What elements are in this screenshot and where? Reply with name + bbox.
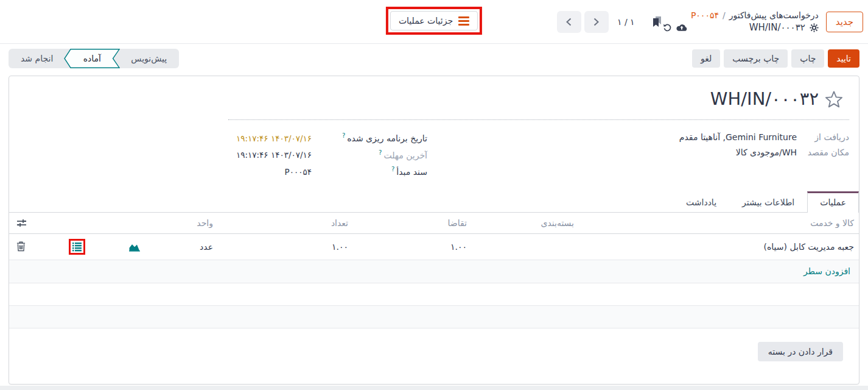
scheduled-date-label: تاریخ برنامه ریزی شده? [312, 132, 427, 143]
cancel-button[interactable]: لغو [692, 49, 720, 68]
stage-ready-label: آماده [83, 54, 101, 63]
validate-button[interactable]: تایید [828, 49, 859, 68]
pager: ۱ / ۱ [557, 11, 663, 33]
tab-operations[interactable]: عملیات [807, 191, 859, 213]
field-receive-from: دریافت از Gemini Furniture, آناهیتا مقدم [545, 132, 849, 142]
tab-note[interactable]: یادداشت [673, 191, 729, 212]
col-header-unit: واحد [149, 218, 218, 228]
print-button[interactable]: چاپ [791, 49, 824, 68]
detailed-operations-list-icon[interactable] [72, 242, 82, 252]
table-row[interactable]: جعبه مدیریت کابل (سیاه) ۱.۰۰ ۱.۰۰ عدد [9, 234, 859, 260]
cell-quantity[interactable]: ۱.۰۰ [218, 242, 353, 252]
col-header-packaging: بسته‌بندی [472, 218, 579, 228]
chevron-right-icon[interactable] [584, 11, 609, 33]
forecast-chart-icon[interactable] [128, 241, 141, 252]
bookmark-icon[interactable] [651, 16, 663, 27]
page-title: WH/IN/۰۰۰۳۲ [710, 88, 819, 109]
table-header-row: کالا و خدمت بسته‌بندی تقاضا تعداد واحد [9, 213, 859, 234]
empty-row [9, 306, 859, 328]
breadcrumb-parent[interactable]: درخواست‌های پیش‌فاکتور [729, 10, 819, 20]
field-deadline: آخرین مهلت? ۱۴۰۳/۰۷/۱۶ ۱۹:۱۷:۴۶ [231, 149, 427, 160]
help-icon[interactable]: ? [342, 132, 345, 139]
empty-row [9, 283, 859, 306]
stage-done[interactable]: انجام شد [11, 54, 63, 63]
operations-details-label: جزئیات عملیات [399, 16, 453, 26]
stage-pipeline: پیش‌نویس آماده انجام شد [9, 49, 179, 68]
deadline-label: آخرین مهلت? [312, 149, 427, 160]
receive-from-value[interactable]: Gemini Furniture, آناهیتا مقدم [679, 132, 797, 142]
put-in-pack-button[interactable]: قرار دادن در بسته [758, 342, 843, 361]
action-buttons: تایید چاپ چاپ برچسب لغو [692, 49, 859, 68]
favorite-star-icon[interactable] [825, 90, 843, 108]
help-icon[interactable]: ? [379, 149, 382, 156]
receive-from-label: دریافت از [797, 132, 849, 142]
col-header-quantity: تعداد [218, 218, 353, 228]
menu-icon [458, 16, 469, 26]
cell-unit[interactable]: عدد [149, 242, 218, 252]
cell-product[interactable]: جعبه مدیریت کابل (سیاه) [579, 242, 859, 252]
destination-location-label: مکان مقصد [797, 147, 849, 157]
col-header-demand: تقاضا [353, 218, 472, 228]
form-fields: دریافت از Gemini Furniture, آناهیتا مقدم… [9, 120, 859, 177]
undo-icon[interactable] [663, 23, 672, 32]
form-card: WH/IN/۰۰۰۳۲ دریافت از Gemini Furniture, … [9, 76, 859, 385]
breadcrumb-parent-ref[interactable]: P۰۰۰۵۴ [691, 10, 719, 20]
add-line-link[interactable]: افزودن سطر [803, 266, 850, 276]
red-annotation-box-small [69, 239, 85, 255]
deadline-value[interactable]: ۱۴۰۳/۰۷/۱۶ ۱۹:۱۷:۴۶ [231, 150, 312, 160]
status-bar: تایید چاپ چاپ برچسب لغو پیش‌نویس آماده ا… [0, 44, 868, 73]
breadcrumb: درخواست‌های پیش‌فاکتور / P۰۰۰۵۴ WH/IN/۰۰… [663, 10, 819, 33]
operations-details-button[interactable]: جزئیات عملیات [390, 11, 478, 30]
notebook-tabs: عملیات اطلاعات بیشتر یادداشت [9, 191, 859, 213]
stage-ready[interactable]: آماده [64, 49, 120, 68]
tab-additional-info[interactable]: اطلاعات بیشتر [729, 191, 807, 212]
stage-draft[interactable]: پیش‌نویس [121, 54, 177, 63]
source-document-value[interactable]: P۰۰۰۵۴ [231, 167, 312, 177]
new-button[interactable]: جدید [826, 12, 863, 32]
destination-location-value[interactable]: WH/موجودی کالا [736, 147, 797, 157]
print-label-button[interactable]: چاپ برچسب [724, 49, 788, 68]
breadcrumb-current: WH/IN/۰۰۰۳۲ [749, 22, 805, 33]
source-document-label: سند مبدأ? [312, 166, 427, 177]
chevron-left-icon[interactable] [557, 11, 581, 33]
field-source-document: سند مبدأ? P۰۰۰۵۴ [231, 166, 427, 177]
field-scheduled-date: تاریخ برنامه ریزی شده? ۱۴۰۳/۰۷/۱۶ ۱۹:۱۷:… [231, 132, 427, 143]
top-control-panel: جدید درخواست‌های پیش‌فاکتور / P۰۰۰۵۴ WH/ [0, 0, 868, 44]
gear-icon[interactable] [810, 23, 819, 32]
cell-demand[interactable]: ۱.۰۰ [353, 242, 472, 252]
red-annotation-box: جزئیات عملیات [386, 7, 482, 35]
help-icon[interactable]: ? [391, 166, 394, 172]
page-bottom-strip [0, 386, 868, 390]
scheduled-date-value[interactable]: ۱۴۰۳/۰۷/۱۶ ۱۹:۱۷:۴۶ [231, 133, 312, 143]
cloud-save-icon[interactable] [676, 23, 687, 32]
field-destination-location: مکان مقصد WH/موجودی کالا [545, 147, 849, 157]
add-line-row: افزودن سطر [9, 260, 859, 283]
breadcrumb-separator: / [723, 10, 726, 20]
operations-table: کالا و خدمت بسته‌بندی تقاضا تعداد واحد [9, 213, 859, 328]
col-header-product: کالا و خدمت [579, 218, 859, 228]
adjust-columns-icon[interactable] [16, 218, 27, 228]
pager-count: ۱ / ۱ [617, 17, 635, 27]
trash-icon[interactable] [16, 241, 26, 252]
